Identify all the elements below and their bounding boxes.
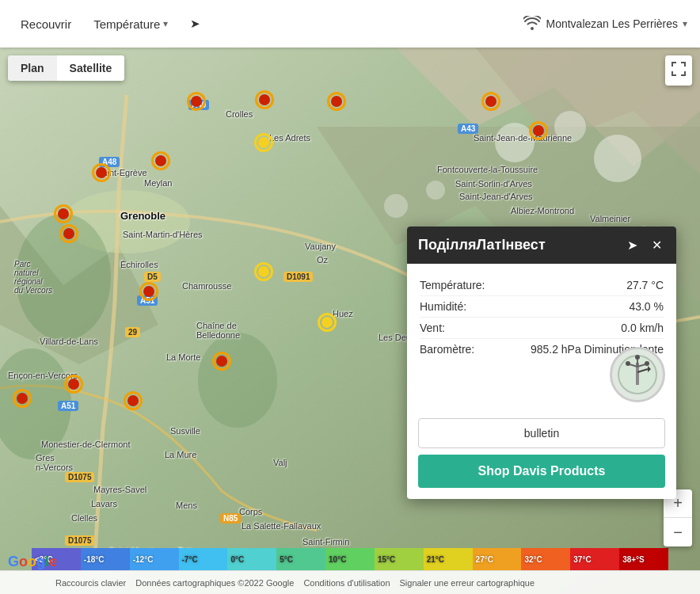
temp-seg-13: 38+°S (619, 548, 668, 570)
popup-station-area (407, 371, 676, 410)
share-toolbar-button[interactable]: ➤ (182, 12, 208, 36)
temp-seg-9: 21°C (424, 548, 473, 570)
temperature-label: Température (93, 17, 160, 31)
marker-4[interactable] (481, 92, 500, 111)
marker-14[interactable] (139, 282, 158, 301)
location-name: Montvalezan Les Perrières (546, 17, 678, 30)
marker-12[interactable] (64, 375, 83, 394)
popup-row-vent: Vent: 0.0 km/h (420, 318, 664, 339)
keyboard-shortcuts-link[interactable]: Raccourcis clavier (55, 578, 126, 588)
marker-6[interactable] (92, 163, 111, 182)
temp-seg-8: 15°C (375, 548, 424, 570)
svg-point-21 (635, 355, 640, 360)
temp-seg-2: -18°C (81, 548, 130, 570)
temperature-label-popup: Température: (420, 279, 485, 291)
station-popup: ПоділляЛатІнвест ➤ ✕ Température: 27.7 °… (407, 227, 676, 499)
share-icon: ➤ (190, 17, 200, 31)
marker-5[interactable] (529, 121, 548, 140)
svg-point-19 (645, 361, 649, 366)
marker-1[interactable] (187, 92, 206, 111)
marker-15[interactable] (212, 352, 231, 371)
marker-2[interactable] (255, 90, 274, 109)
marker-17[interactable] (151, 151, 170, 170)
temp-seg-12: 37°C (570, 548, 619, 570)
zoom-out-button[interactable]: − (664, 518, 692, 546)
popup-header: ПоділляЛатІнвест ➤ ✕ (407, 227, 676, 264)
location-dropdown-arrow: ▾ (683, 18, 687, 29)
shop-davis-button[interactable]: Shop Davis Products (418, 455, 665, 488)
humidity-label: Humidité: (420, 300, 466, 313)
satellite-tab[interactable]: Satellite (57, 55, 125, 81)
popup-share-button[interactable]: ➤ (624, 236, 641, 254)
temp-seg-11: 32°C (521, 548, 570, 570)
map-data-text: Données cartographiques ©2022 Google (135, 578, 294, 588)
svg-point-8 (594, 135, 641, 182)
temp-seg-4: -7°C (179, 548, 228, 570)
popup-close-button[interactable]: ✕ (649, 236, 665, 254)
temperature-dropdown-arrow: ▾ (163, 18, 168, 29)
station-circle (610, 347, 665, 402)
popup-row-humidity: Humidité: 43.0 % (420, 296, 664, 318)
map-view-toggle: Plan Satellite (8, 55, 124, 81)
marker-16[interactable] (124, 391, 143, 410)
marker-7[interactable] (54, 204, 73, 223)
temperature-scale: <3°C -18°C -12°C -7°C 0°C 5°C 10°C 15°C … (32, 548, 668, 570)
fullscreen-button[interactable] (665, 55, 692, 86)
popup-row-temperature: Température: 27.7 °C (420, 275, 664, 296)
wifi-icon (523, 16, 541, 32)
marker-10[interactable] (254, 262, 273, 281)
svg-point-7 (554, 111, 586, 143)
popup-header-actions: ➤ ✕ (624, 236, 665, 254)
temp-seg-3: -12°C (130, 548, 179, 570)
temperature-value: 27.7 °C (626, 279, 664, 291)
humidity-value: 43.0 % (629, 300, 664, 313)
bottom-bar: Raccourcis clavier Données cartographiqu… (0, 570, 700, 594)
toolbar: Recouvrir Température ▾ ➤ Montvalezan Le… (0, 0, 700, 48)
svg-point-13 (198, 333, 277, 428)
marker-11[interactable] (318, 313, 337, 332)
temp-seg-7: 10°C (325, 548, 375, 570)
station-image-container (610, 347, 665, 402)
google-logo[interactable]: Google (8, 554, 57, 570)
plan-tab[interactable]: Plan (8, 55, 57, 81)
svg-point-17 (626, 361, 630, 366)
bulletin-button[interactable]: bulletin (418, 418, 665, 448)
recouvrir-button[interactable]: Recouvrir (13, 13, 79, 36)
marker-3[interactable] (327, 92, 346, 111)
vent-value: 0.0 km/h (621, 322, 664, 334)
popup-title: ПоділляЛатІнвест (418, 237, 546, 253)
temp-seg-10: 27°C (473, 548, 522, 570)
temperature-button[interactable]: Température ▾ (86, 13, 176, 36)
temp-seg-6: 5°C (276, 548, 325, 570)
recouvrir-label: Recouvrir (21, 17, 71, 31)
barometer-label: Baromètre: (420, 343, 474, 356)
report-error-link[interactable]: Signaler une erreur cartographique (400, 578, 535, 588)
svg-point-10 (426, 181, 445, 200)
marker-8[interactable] (59, 224, 78, 243)
map-container[interactable]: Grenoble Crolles Les Adrets Saint-Jean-d… (0, 48, 700, 594)
temp-seg-5: 0°C (227, 548, 276, 570)
vent-label: Vent: (420, 322, 445, 334)
svg-point-9 (384, 194, 408, 218)
wifi-location: Montvalezan Les Perrières ▾ (523, 16, 687, 32)
terms-link[interactable]: Conditions d'utilisation (303, 578, 390, 588)
popup-footer: bulletin Shop Davis Products (407, 410, 676, 499)
marker-9[interactable] (254, 133, 273, 152)
marker-13[interactable] (13, 389, 32, 408)
